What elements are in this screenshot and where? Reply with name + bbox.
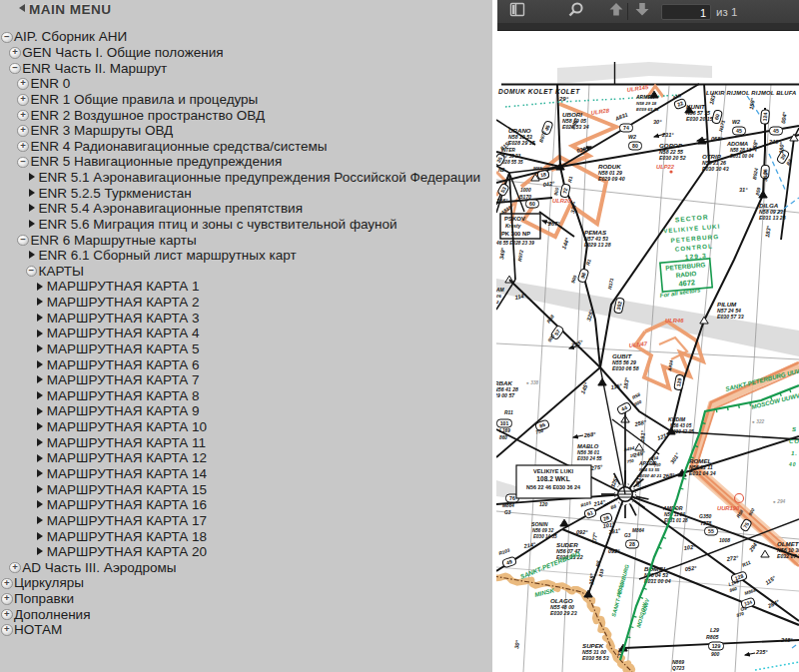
svg-text:N56 33 11: N56 33 11 xyxy=(689,464,713,470)
svg-text:OTRIP: OTRIP xyxy=(702,153,722,160)
svg-text:40: 40 xyxy=(788,461,797,467)
svg-text:N54 53 55: N54 53 55 xyxy=(639,467,660,472)
svg-text:Kresty: Kresty xyxy=(505,223,521,229)
svg-text:281°: 281° xyxy=(607,527,621,535)
svg-text:G350: G350 xyxy=(699,513,711,519)
svg-text:124: 124 xyxy=(762,112,769,121)
svg-text:29°: 29° xyxy=(558,96,569,102)
svg-text:272°: 272° xyxy=(725,554,739,562)
svg-text:SUPEK: SUPEK xyxy=(582,642,604,649)
svg-text:N58 10 53: N58 10 53 xyxy=(508,134,532,140)
svg-text:N56 11 24: N56 11 24 xyxy=(664,512,685,517)
svg-text:4672: 4672 xyxy=(678,278,695,288)
svg-text:UUR190: UUR190 xyxy=(717,505,740,511)
svg-text:N57 43 53: N57 43 53 xyxy=(584,236,608,242)
svg-text:60: 60 xyxy=(529,201,535,207)
svg-text:275°: 275° xyxy=(589,463,603,471)
svg-text:N56 43 05: N56 43 05 xyxy=(670,423,692,428)
svg-text:Q723: Q723 xyxy=(672,665,684,671)
svg-text:B170: B170 xyxy=(519,194,531,200)
svg-text:235°: 235° xyxy=(755,649,768,655)
svg-text:158°: 158° xyxy=(748,97,756,110)
svg-text:76: 76 xyxy=(509,495,515,501)
svg-text:RBAK: RBAK xyxy=(496,379,512,386)
svg-text:E028 29 15: E028 29 15 xyxy=(508,140,535,146)
svg-text:E029 09 40: E029 09 40 xyxy=(598,176,625,182)
svg-text:114°: 114° xyxy=(514,293,527,301)
svg-text:E031 04 34: E031 04 34 xyxy=(689,470,716,476)
svg-text:31°: 31° xyxy=(739,187,748,193)
svg-text:E030 29 23: E030 29 23 xyxy=(550,610,577,616)
svg-text:A831: A831 xyxy=(613,112,628,123)
svg-text:S: S xyxy=(792,426,797,432)
svg-text:R103: R103 xyxy=(580,500,592,508)
svg-text:E030 42 05: E030 42 05 xyxy=(670,429,694,434)
svg-text:KUDIM: KUDIM xyxy=(668,416,686,422)
svg-text:E032 07 10: E032 07 10 xyxy=(777,553,799,559)
svg-text:CO: CO xyxy=(789,438,799,444)
svg-text:129: 129 xyxy=(712,643,721,649)
svg-text:R58: R58 xyxy=(631,391,641,400)
svg-text:186°: 186° xyxy=(496,198,508,204)
svg-text:R103: R103 xyxy=(498,548,511,556)
svg-text:068°: 068° xyxy=(711,136,723,142)
svg-text:SANKT-PETERBURG: SANKT-PETERBURG xyxy=(519,549,581,579)
svg-text:E030 30 43: E030 30 43 xyxy=(702,166,729,172)
svg-text:● 322: ● 322 xyxy=(752,419,765,424)
svg-text:E031 00 04: E031 00 04 xyxy=(730,154,754,159)
svg-text:GUBIT: GUBIT xyxy=(612,352,632,359)
svg-text:DOMUK KOLET KOLET: DOMUK KOLET KOLET xyxy=(498,88,580,95)
svg-text:900: 900 xyxy=(633,399,643,407)
svg-text:SUDER: SUDER xyxy=(556,541,578,548)
svg-text:120: 120 xyxy=(539,501,548,507)
svg-text:E030 56 53: E030 56 53 xyxy=(582,655,609,661)
svg-text:74: 74 xyxy=(623,125,629,131)
svg-text:R11: R11 xyxy=(504,409,513,415)
svg-text:KUNIT: KUNIT xyxy=(686,103,706,110)
svg-text:45: 45 xyxy=(736,128,742,134)
svg-text:18: 18 xyxy=(540,171,547,178)
svg-text:E030 06 58: E030 06 58 xyxy=(612,365,639,371)
svg-text:860: 860 xyxy=(729,586,738,593)
svg-text:28: 28 xyxy=(629,541,635,547)
svg-text:N2: N2 xyxy=(498,167,505,173)
svg-text:191°: 191° xyxy=(639,429,646,442)
svg-text:N55 48 00: N55 48 00 xyxy=(550,604,574,610)
svg-text:VELIKIYE LUKI: VELIKIYE LUKI xyxy=(533,468,574,474)
svg-text:900: 900 xyxy=(711,651,720,657)
svg-text:UUWV: UUWV xyxy=(640,597,650,615)
svg-text:1.: 1. xyxy=(791,450,798,456)
svg-text:N58 09 23: N58 09 23 xyxy=(759,209,783,215)
svg-text:ROMEL: ROMEL xyxy=(689,457,712,464)
svg-text:G3: G3 xyxy=(504,510,511,515)
svg-text:06: 06 xyxy=(496,294,501,299)
svg-text:E030 57 33: E030 57 33 xyxy=(717,314,744,320)
svg-text:GOROP: GOROP xyxy=(659,142,683,149)
svg-text:AM: AM xyxy=(496,287,505,293)
svg-text:042°: 042° xyxy=(542,180,555,188)
svg-text:30°: 30° xyxy=(653,119,662,125)
svg-text:PILUM: PILUM xyxy=(717,301,737,308)
svg-text:N56 22 46 E030 36 24: N56 22 46 E030 36 24 xyxy=(526,484,580,490)
svg-text:E030 14 35: E030 14 35 xyxy=(533,534,557,539)
svg-text:004°: 004° xyxy=(780,111,788,124)
svg-text:258°: 258° xyxy=(633,419,647,428)
svg-text:301°: 301° xyxy=(669,451,681,465)
svg-text:N56 10 30: N56 10 30 xyxy=(777,547,799,553)
svg-text:092°: 092° xyxy=(608,548,620,554)
svg-text:N55 31 00: N55 31 00 xyxy=(582,649,606,655)
svg-text:CONTROL: CONTROL xyxy=(674,242,713,252)
svg-text:177°: 177° xyxy=(591,531,598,544)
svg-text:N58 29 18: N58 29 18 xyxy=(636,101,657,106)
svg-text:N58 01 29: N58 01 29 xyxy=(598,170,622,176)
svg-text:W2: W2 xyxy=(732,119,740,125)
svg-text:268°: 268° xyxy=(661,472,675,479)
svg-text:750: 750 xyxy=(626,458,634,464)
svg-text:860: 860 xyxy=(499,435,507,440)
svg-text:B972: B972 xyxy=(538,131,547,144)
svg-text:052°: 052° xyxy=(684,565,697,572)
svg-text:W2: W2 xyxy=(628,134,636,140)
svg-text:B8: B8 xyxy=(610,503,617,510)
svg-text:N56 36 01: N56 36 01 xyxy=(577,450,599,455)
svg-text:248°: 248° xyxy=(780,637,793,643)
